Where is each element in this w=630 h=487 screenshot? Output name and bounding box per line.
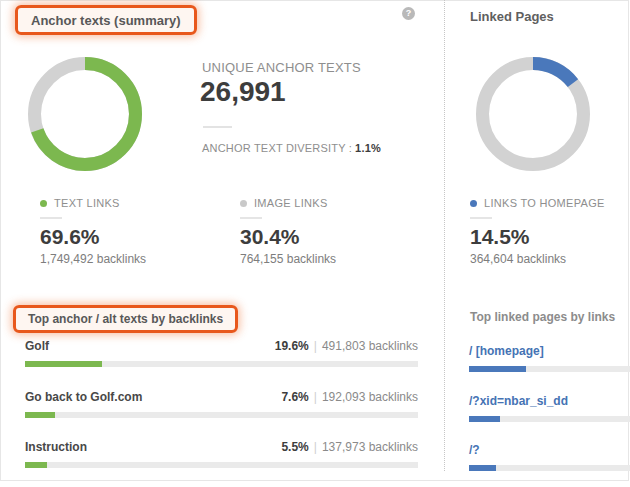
top-anchor-texts-title-highlight: Top anchor / alt texts by backlinks: [13, 305, 238, 333]
progress-bar: [469, 366, 630, 372]
progress-bar: [469, 465, 630, 471]
linked-page-row: /?: [469, 440, 630, 471]
anchor-texts-title-highlight: Anchor texts (summary): [15, 5, 197, 35]
legend-links-to-homepage: LINKS TO HOMEPAGE 14.5% 364,604 backlink…: [470, 197, 630, 266]
diversity-value: 1.1%: [355, 142, 381, 154]
linked-pages-donut-chart: [476, 57, 590, 171]
separator: |: [314, 339, 317, 353]
anchor-text-row: Golf 19.6%|491,803 backlinks: [25, 339, 418, 367]
progress-bar: [469, 416, 630, 422]
linked-page-link[interactable]: / [homepage]: [469, 344, 544, 358]
text-links-backlinks: 1,749,492 backlinks: [40, 252, 230, 266]
separator: |: [314, 440, 317, 454]
homepage-links-percent: 14.5%: [470, 225, 630, 249]
small-divider: [240, 217, 262, 219]
anchor-texts-title: Anchor texts (summary): [31, 13, 181, 28]
anchor-row-percent: 19.6%: [275, 339, 309, 353]
anchor-row-backlinks: 137,973 backlinks: [322, 440, 418, 454]
unique-anchor-texts-value: 26,991: [200, 76, 286, 108]
linked-page-row: / [homepage]: [469, 341, 630, 372]
text-links-dot-icon: [40, 200, 47, 207]
legend-text-links: TEXT LINKS 69.6% 1,749,492 backlinks: [40, 197, 230, 266]
image-links-backlinks: 764,155 backlinks: [240, 252, 430, 266]
small-divider: [40, 217, 62, 219]
legend-image-links: IMAGE LINKS 30.4% 764,155 backlinks: [240, 197, 430, 266]
progress-bar-fill: [25, 412, 55, 418]
progress-bar-fill: [25, 462, 47, 468]
anchor-texts-donut-chart: [28, 57, 142, 171]
separator: |: [314, 390, 317, 404]
diversity-label: ANCHOR TEXT DIVERSITY :: [202, 142, 352, 154]
anchor-text-label: Go back to Golf.com: [25, 390, 142, 404]
homepage-links-dot-icon: [470, 200, 477, 207]
progress-bar: [25, 412, 418, 418]
homepage-links-label: LINKS TO HOMEPAGE: [484, 197, 605, 209]
unique-anchor-texts-label: UNIQUE ANCHOR TEXTS: [202, 60, 361, 75]
progress-bar-fill: [469, 416, 500, 422]
anchor-row-percent: 5.5%: [281, 440, 308, 454]
anchor-text-row: Go back to Golf.com 7.6%|192,093 backlin…: [25, 390, 418, 418]
image-links-label: IMAGE LINKS: [254, 197, 328, 209]
image-links-percent: 30.4%: [240, 225, 430, 249]
panel-divider: [444, 0, 445, 471]
top-linked-pages-title: Top linked pages by links: [470, 310, 615, 324]
linked-page-row: /?xid=nbar_si_dd: [469, 391, 630, 422]
text-links-percent: 69.6%: [40, 225, 230, 249]
anchor-row-backlinks: 491,803 backlinks: [322, 339, 418, 353]
anchor-text-label: Golf: [25, 339, 49, 353]
progress-bar: [25, 361, 418, 367]
linked-pages-title: Linked Pages: [470, 9, 554, 24]
progress-bar-fill: [469, 465, 496, 471]
linked-page-link[interactable]: /?: [469, 443, 480, 457]
anchor-row-percent: 7.6%: [281, 390, 308, 404]
backlink-analytics-page: Anchor texts (summary) ? UNIQUE ANCHOR T…: [0, 0, 630, 487]
anchor-text-row: Instruction 5.5%|137,973 backlinks: [25, 440, 418, 468]
anchor-text-label: Instruction: [25, 440, 87, 454]
progress-bar-fill: [25, 361, 102, 367]
small-divider: [203, 126, 232, 128]
help-icon[interactable]: ?: [402, 7, 415, 20]
anchor-row-backlinks: 192,093 backlinks: [322, 390, 418, 404]
homepage-links-backlinks: 364,604 backlinks: [470, 252, 630, 266]
linked-page-link[interactable]: /?xid=nbar_si_dd: [469, 394, 568, 408]
progress-bar: [25, 462, 418, 468]
anchor-text-diversity: ANCHOR TEXT DIVERSITY :1.1%: [202, 142, 381, 154]
top-anchor-texts-title: Top anchor / alt texts by backlinks: [28, 312, 223, 326]
image-links-dot-icon: [240, 200, 247, 207]
small-divider: [470, 217, 492, 219]
progress-bar-fill: [469, 366, 526, 372]
text-links-label: TEXT LINKS: [54, 197, 120, 209]
